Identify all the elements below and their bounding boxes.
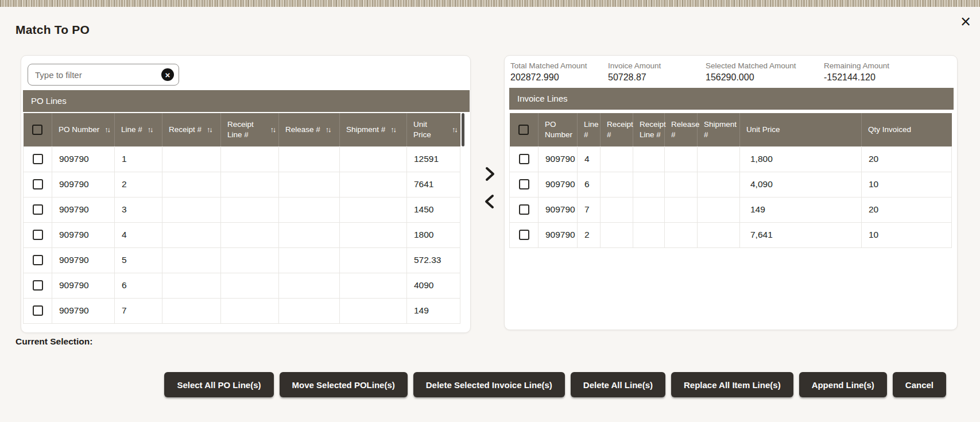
invoice-select-all-checkbox[interactable] <box>518 125 529 135</box>
cell-po-number: 909790 <box>539 222 578 247</box>
sort-icon[interactable]: ↑↓ <box>452 126 458 134</box>
row-checkbox-cell <box>24 247 52 273</box>
po-col-unit-price[interactable]: Unit Price↑↓ <box>407 113 460 146</box>
invoice-lines-caption: Invoice Lines <box>509 88 954 110</box>
row-checkbox-cell <box>24 222 52 247</box>
cell-unit-price: 7,641 <box>740 222 862 247</box>
cancel-button[interactable]: Cancel <box>893 372 946 397</box>
column-label: PO Number <box>545 119 575 140</box>
select-all-po-lines-button[interactable]: Select All PO Line(s) <box>164 372 273 397</box>
po-col-line[interactable]: Line #↑↓ <box>115 113 162 146</box>
cell-line: 6 <box>115 273 162 298</box>
row-checkbox[interactable] <box>33 230 43 240</box>
cell-line: 7 <box>578 197 601 222</box>
cell-receipt-line <box>633 172 665 197</box>
cell-shipment <box>340 298 407 323</box>
po-table-scrollbar[interactable] <box>462 113 464 146</box>
cell-unit-price: 149 <box>407 298 460 323</box>
inv-col-qty-invoiced: Qty Invoiced <box>862 113 952 146</box>
stat-value: 50728.87 <box>608 72 661 83</box>
cell-line: 3 <box>115 197 162 222</box>
column-label: Qty Invoiced <box>868 125 911 135</box>
column-label: Line # <box>121 125 142 135</box>
cell-receipt <box>162 222 221 247</box>
delete-selected-invoice-lines-button[interactable]: Delete Selected Invoice Line(s) <box>413 372 565 397</box>
clear-filter-icon[interactable]: × <box>161 68 174 81</box>
cell-line: 7 <box>115 298 162 323</box>
row-checkbox[interactable] <box>33 204 43 215</box>
po-col-po-number[interactable]: PO Number↑↓ <box>52 113 115 146</box>
cell-receipt-line <box>221 172 279 197</box>
row-checkbox-cell <box>510 197 539 222</box>
stat-label: Invoice Amount <box>608 61 661 70</box>
cell-receipt <box>162 273 221 298</box>
cell-receipt <box>162 172 221 197</box>
row-checkbox[interactable] <box>33 154 43 164</box>
cell-unit-price: 4,090 <box>740 172 862 197</box>
cell-release <box>665 197 698 222</box>
row-checkbox[interactable] <box>519 154 529 164</box>
row-checkbox[interactable] <box>33 255 43 265</box>
cell-receipt-line <box>633 146 665 172</box>
move-left-icon[interactable] <box>480 192 499 211</box>
table-row: 909790 2 7641 <box>24 172 460 197</box>
close-icon[interactable]: × <box>954 10 977 33</box>
po-col-receipt[interactable]: Receipt #↑↓ <box>162 113 221 146</box>
append-lines-button[interactable]: Append Line(s) <box>799 372 887 397</box>
sort-icon[interactable]: ↑↓ <box>207 126 213 134</box>
sort-icon[interactable]: ↑↓ <box>104 126 111 134</box>
table-row: 909790 6 4,090 10 <box>510 172 952 197</box>
action-button-bar: Select All PO Line(s) Move Selected POLi… <box>164 372 946 397</box>
row-checkbox[interactable] <box>33 305 43 316</box>
row-checkbox-cell <box>510 172 539 197</box>
delete-all-lines-button[interactable]: Delete All Line(s) <box>571 372 665 397</box>
sort-icon[interactable]: ↑↓ <box>270 126 277 134</box>
filter-field: × <box>28 64 179 86</box>
row-checkbox[interactable] <box>33 280 43 291</box>
cell-line: 1 <box>115 146 162 172</box>
page-texture-strip <box>0 0 980 7</box>
sort-icon[interactable]: ↑↓ <box>326 126 332 134</box>
po-col-release[interactable]: Release #↑↓ <box>279 113 340 146</box>
cell-line: 4 <box>578 146 601 172</box>
po-select-all-header[interactable] <box>24 113 52 146</box>
po-lines-caption: PO Lines <box>23 90 470 112</box>
stat-invoice-amount: Invoice Amount 50728.87 <box>608 61 661 83</box>
po-select-all-checkbox[interactable] <box>32 125 42 135</box>
sort-icon[interactable]: ↑↓ <box>390 126 397 134</box>
row-checkbox[interactable] <box>519 230 529 240</box>
cell-release <box>279 197 340 222</box>
invoice-select-all-header[interactable] <box>510 113 539 146</box>
cell-po-number: 909790 <box>539 197 578 222</box>
invoice-lines-panel: Total Matched Amount 202872.990 Invoice … <box>504 55 958 330</box>
page-title: Match To PO <box>16 23 90 37</box>
row-checkbox[interactable] <box>33 179 43 189</box>
column-label: Line # <box>584 119 599 140</box>
row-checkbox[interactable] <box>519 204 529 215</box>
cell-qty-invoiced: 10 <box>862 172 952 197</box>
stat-value: 202872.990 <box>510 72 587 83</box>
cell-receipt-line <box>221 197 279 222</box>
replace-all-item-lines-button[interactable]: Replace All Item Line(s) <box>671 372 793 397</box>
cell-unit-price: 1450 <box>407 197 460 222</box>
invoice-table-header-row: PO Number Line # Receipt # Receipt Line … <box>510 113 952 146</box>
sort-icon[interactable]: ↑↓ <box>148 126 154 134</box>
table-row: 909790 4 1,800 20 <box>510 146 952 172</box>
move-selected-po-lines-button[interactable]: Move Selected POLine(s) <box>280 372 408 397</box>
cell-unit-price: 12591 <box>407 146 460 172</box>
cell-release <box>665 146 698 172</box>
cell-shipment <box>698 222 740 247</box>
move-right-icon[interactable] <box>480 164 499 184</box>
row-checkbox[interactable] <box>519 179 529 189</box>
inv-col-receipt: Receipt # <box>601 113 633 146</box>
inv-col-receipt-line: Receipt Line # <box>633 113 665 146</box>
filter-input[interactable] <box>35 70 161 80</box>
column-label: Receipt # <box>607 119 633 140</box>
table-row: 909790 4 1800 <box>24 222 460 247</box>
cell-receipt-line <box>221 146 279 172</box>
po-col-receipt-line[interactable]: Receipt Line #↑↓ <box>221 113 279 146</box>
cell-line: 2 <box>115 172 162 197</box>
table-row: 909790 3 1450 <box>24 197 460 222</box>
po-col-shipment[interactable]: Shipment #↑↓ <box>340 113 407 146</box>
cell-po-number: 909790 <box>52 222 115 247</box>
